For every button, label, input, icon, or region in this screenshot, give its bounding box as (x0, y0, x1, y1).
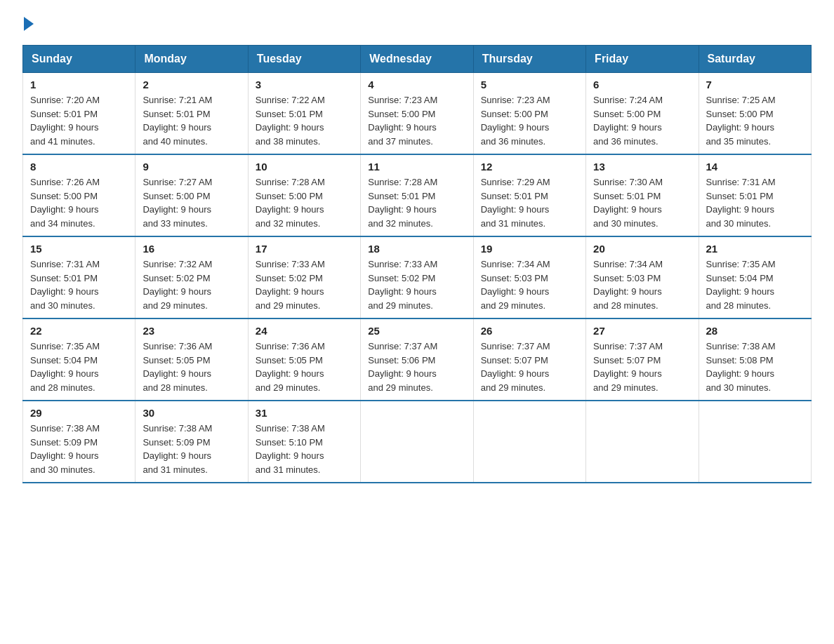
day-number: 7 (706, 79, 804, 90)
day-number: 2 (143, 79, 240, 90)
day-number: 27 (593, 325, 691, 337)
day-number: 29 (30, 407, 128, 419)
calendar-week-row: 15 Sunrise: 7:31 AMSunset: 5:01 PMDaylig… (23, 236, 812, 318)
day-number: 24 (256, 325, 353, 337)
day-number: 13 (593, 161, 691, 173)
calendar-cell: 23 Sunrise: 7:36 AMSunset: 5:05 PMDaylig… (135, 318, 248, 401)
day-number: 23 (143, 325, 240, 337)
day-number: 19 (481, 243, 578, 255)
calendar-cell: 16 Sunrise: 7:32 AMSunset: 5:02 PMDaylig… (135, 236, 248, 318)
calendar-cell: 20 Sunrise: 7:34 AMSunset: 5:03 PMDaylig… (586, 236, 699, 318)
calendar-cell: 1 Sunrise: 7:20 AMSunset: 5:01 PMDayligh… (23, 73, 135, 155)
day-of-week-header: Saturday (699, 46, 811, 73)
day-of-week-header: Tuesday (248, 46, 360, 73)
calendar-cell: 9 Sunrise: 7:27 AMSunset: 5:00 PMDayligh… (135, 154, 248, 236)
calendar-cell: 5 Sunrise: 7:23 AMSunset: 5:00 PMDayligh… (473, 73, 585, 155)
day-number: 22 (30, 325, 128, 337)
day-of-week-header: Monday (135, 46, 248, 73)
day-info: Sunrise: 7:25 AMSunset: 5:00 PMDaylight:… (706, 95, 776, 147)
day-info: Sunrise: 7:34 AMSunset: 5:03 PMDaylight:… (481, 259, 550, 311)
day-info: Sunrise: 7:37 AMSunset: 5:07 PMDaylight:… (481, 341, 550, 393)
day-number: 4 (368, 79, 465, 90)
day-info: Sunrise: 7:33 AMSunset: 5:02 PMDaylight:… (368, 259, 437, 311)
day-info: Sunrise: 7:36 AMSunset: 5:05 PMDaylight:… (143, 341, 212, 393)
day-number: 11 (368, 161, 465, 173)
calendar-cell: 19 Sunrise: 7:34 AMSunset: 5:03 PMDaylig… (473, 236, 585, 318)
day-info: Sunrise: 7:38 AMSunset: 5:09 PMDaylight:… (143, 423, 212, 475)
day-info: Sunrise: 7:38 AMSunset: 5:09 PMDaylight:… (30, 423, 100, 475)
page-header (22, 17, 812, 31)
calendar-cell: 11 Sunrise: 7:28 AMSunset: 5:01 PMDaylig… (361, 154, 473, 236)
calendar-cell: 3 Sunrise: 7:22 AMSunset: 5:01 PMDayligh… (248, 73, 360, 155)
calendar-cell: 24 Sunrise: 7:36 AMSunset: 5:05 PMDaylig… (248, 318, 360, 401)
day-number: 18 (368, 243, 465, 255)
day-number: 17 (256, 243, 353, 255)
calendar-cell: 18 Sunrise: 7:33 AMSunset: 5:02 PMDaylig… (361, 236, 473, 318)
calendar-cell: 6 Sunrise: 7:24 AMSunset: 5:00 PMDayligh… (586, 73, 699, 155)
day-number: 28 (706, 325, 804, 337)
calendar-cell: 22 Sunrise: 7:35 AMSunset: 5:04 PMDaylig… (23, 318, 135, 401)
calendar-cell: 27 Sunrise: 7:37 AMSunset: 5:07 PMDaylig… (586, 318, 699, 401)
day-number: 12 (481, 161, 578, 173)
calendar-cell (586, 401, 699, 483)
day-info: Sunrise: 7:28 AMSunset: 5:00 PMDaylight:… (256, 177, 325, 229)
calendar-header: SundayMondayTuesdayWednesdayThursdayFrid… (23, 46, 812, 73)
day-number: 25 (368, 325, 465, 337)
day-of-week-header: Friday (586, 46, 699, 73)
calendar-table: SundayMondayTuesdayWednesdayThursdayFrid… (22, 45, 812, 483)
calendar-body: 1 Sunrise: 7:20 AMSunset: 5:01 PMDayligh… (23, 73, 812, 483)
day-info: Sunrise: 7:34 AMSunset: 5:03 PMDaylight:… (593, 259, 663, 311)
calendar-week-row: 8 Sunrise: 7:26 AMSunset: 5:00 PMDayligh… (23, 154, 812, 236)
day-number: 15 (30, 243, 128, 255)
logo-arrow-icon (24, 17, 34, 31)
day-number: 31 (256, 407, 353, 419)
day-number: 3 (256, 79, 353, 90)
calendar-cell: 10 Sunrise: 7:28 AMSunset: 5:00 PMDaylig… (248, 154, 360, 236)
day-info: Sunrise: 7:29 AMSunset: 5:01 PMDaylight:… (481, 177, 550, 229)
day-number: 9 (143, 161, 240, 173)
day-info: Sunrise: 7:23 AMSunset: 5:00 PMDaylight:… (368, 95, 437, 147)
day-number: 14 (706, 161, 804, 173)
calendar-cell: 17 Sunrise: 7:33 AMSunset: 5:02 PMDaylig… (248, 236, 360, 318)
calendar-cell (361, 401, 473, 483)
calendar-cell: 28 Sunrise: 7:38 AMSunset: 5:08 PMDaylig… (699, 318, 811, 401)
calendar-cell: 12 Sunrise: 7:29 AMSunset: 5:01 PMDaylig… (473, 154, 585, 236)
calendar-week-row: 29 Sunrise: 7:38 AMSunset: 5:09 PMDaylig… (23, 401, 812, 483)
calendar-week-row: 1 Sunrise: 7:20 AMSunset: 5:01 PMDayligh… (23, 73, 812, 155)
day-info: Sunrise: 7:26 AMSunset: 5:00 PMDaylight:… (30, 177, 100, 229)
calendar-cell: 7 Sunrise: 7:25 AMSunset: 5:00 PMDayligh… (699, 73, 811, 155)
calendar-header-row: SundayMondayTuesdayWednesdayThursdayFrid… (23, 46, 812, 73)
day-info: Sunrise: 7:37 AMSunset: 5:06 PMDaylight:… (368, 341, 437, 393)
calendar-cell: 4 Sunrise: 7:23 AMSunset: 5:00 PMDayligh… (361, 73, 473, 155)
day-info: Sunrise: 7:27 AMSunset: 5:00 PMDaylight:… (143, 177, 212, 229)
day-info: Sunrise: 7:21 AMSunset: 5:01 PMDaylight:… (143, 95, 212, 147)
calendar-cell (473, 401, 585, 483)
calendar-week-row: 22 Sunrise: 7:35 AMSunset: 5:04 PMDaylig… (23, 318, 812, 401)
day-info: Sunrise: 7:30 AMSunset: 5:01 PMDaylight:… (593, 177, 663, 229)
day-info: Sunrise: 7:32 AMSunset: 5:02 PMDaylight:… (143, 259, 212, 311)
calendar-cell: 2 Sunrise: 7:21 AMSunset: 5:01 PMDayligh… (135, 73, 248, 155)
calendar-cell: 30 Sunrise: 7:38 AMSunset: 5:09 PMDaylig… (135, 401, 248, 483)
day-number: 6 (593, 79, 691, 90)
logo (22, 17, 35, 31)
day-info: Sunrise: 7:23 AMSunset: 5:00 PMDaylight:… (481, 95, 550, 147)
day-info: Sunrise: 7:24 AMSunset: 5:00 PMDaylight:… (593, 95, 663, 147)
day-info: Sunrise: 7:28 AMSunset: 5:01 PMDaylight:… (368, 177, 437, 229)
day-info: Sunrise: 7:31 AMSunset: 5:01 PMDaylight:… (30, 259, 100, 311)
day-number: 21 (706, 243, 804, 255)
day-number: 8 (30, 161, 128, 173)
day-number: 10 (256, 161, 353, 173)
calendar-cell: 26 Sunrise: 7:37 AMSunset: 5:07 PMDaylig… (473, 318, 585, 401)
day-number: 16 (143, 243, 240, 255)
day-number: 26 (481, 325, 578, 337)
calendar-cell: 8 Sunrise: 7:26 AMSunset: 5:00 PMDayligh… (23, 154, 135, 236)
day-info: Sunrise: 7:36 AMSunset: 5:05 PMDaylight:… (256, 341, 325, 393)
day-number: 20 (593, 243, 691, 255)
day-number: 1 (30, 79, 128, 90)
day-info: Sunrise: 7:31 AMSunset: 5:01 PMDaylight:… (706, 177, 776, 229)
day-of-week-header: Sunday (23, 46, 135, 73)
logo-text (22, 17, 35, 31)
calendar-cell: 14 Sunrise: 7:31 AMSunset: 5:01 PMDaylig… (699, 154, 811, 236)
day-info: Sunrise: 7:35 AMSunset: 5:04 PMDaylight:… (30, 341, 100, 393)
day-info: Sunrise: 7:37 AMSunset: 5:07 PMDaylight:… (593, 341, 663, 393)
